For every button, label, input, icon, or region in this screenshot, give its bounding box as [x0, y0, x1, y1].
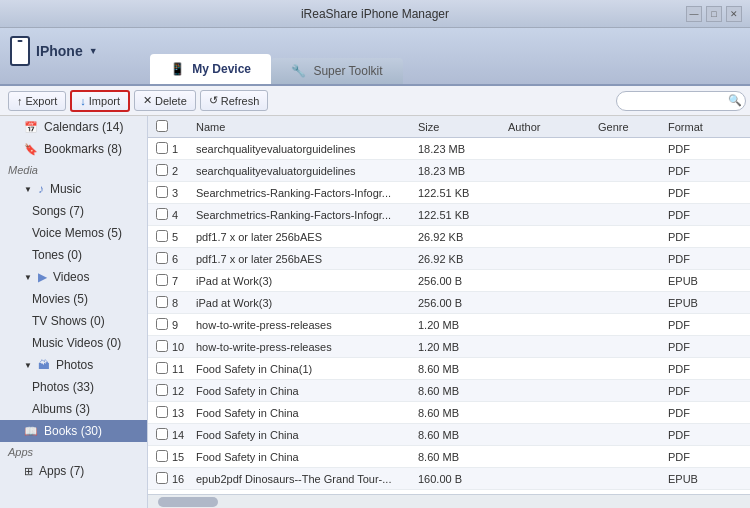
maximize-button[interactable]: □ [706, 6, 722, 22]
sidebar-item-tvshows[interactable]: TV Shows (0) [0, 310, 147, 332]
row-checkbox[interactable] [156, 274, 168, 286]
th-genre: Genre [594, 121, 664, 133]
sidebar-photos-sub-label: Photos (33) [32, 380, 94, 394]
sidebar-videos-label: Videos [53, 270, 89, 284]
sidebar-item-calendars[interactable]: 📅 Calendars (14) [0, 116, 147, 138]
sidebar-item-music[interactable]: ▼ ♪ Music [0, 178, 147, 200]
td-size: 256.00 B [414, 297, 504, 309]
td-num: 12 [168, 385, 192, 397]
select-all-checkbox[interactable] [156, 120, 168, 132]
table-row[interactable]: 7 iPad at Work(3) 256.00 B EPUB [148, 270, 750, 292]
table-row[interactable]: 11 Food Safety in China(1) 8.60 MB PDF [148, 358, 750, 380]
row-checkbox[interactable] [156, 472, 168, 484]
delete-button[interactable]: ✕ Delete [134, 90, 196, 111]
sidebar-item-songs[interactable]: Songs (7) [0, 200, 147, 222]
sidebar-item-voice-memos[interactable]: Voice Memos (5) [0, 222, 147, 244]
row-checkbox[interactable] [156, 318, 168, 330]
sidebar-item-photos-sub[interactable]: Photos (33) [0, 376, 147, 398]
table-row[interactable]: 15 Food Safety in China 8.60 MB PDF [148, 446, 750, 468]
device-icon [10, 36, 30, 66]
table-row[interactable]: 1 searchqualityevaluatorguidelines 18.23… [148, 138, 750, 160]
sidebar-item-bookmarks[interactable]: 🔖 Bookmarks (8) [0, 138, 147, 160]
minimize-button[interactable]: — [686, 6, 702, 22]
table-row[interactable]: 5 pdf1.7 x or later 256bAES 26.92 KB PDF [148, 226, 750, 248]
td-size: 1.20 MB [414, 319, 504, 331]
row-checkbox[interactable] [156, 340, 168, 352]
row-checkbox[interactable] [156, 142, 168, 154]
toolbar: ↑ Export ↓ Import ✕ Delete ↺ Refresh 🔍 [0, 86, 750, 116]
window-controls: — □ ✕ [686, 6, 742, 22]
td-check [148, 296, 168, 310]
td-format: PDF [664, 209, 734, 221]
td-num: 15 [168, 451, 192, 463]
table-row[interactable]: 10 how-to-write-press-releases 1.20 MB P… [148, 336, 750, 358]
table-row[interactable]: 16 epub2pdf Dinosaurs--The Grand Tour-..… [148, 468, 750, 490]
table-row[interactable]: 8 iPad at Work(3) 256.00 B EPUB [148, 292, 750, 314]
sidebar-voicememos-label: Voice Memos (5) [32, 226, 122, 240]
row-checkbox[interactable] [156, 450, 168, 462]
td-name: searchqualityevaluatorguidelines [192, 143, 414, 155]
tab-my-device[interactable]: 📱 My Device [150, 54, 271, 84]
sidebar-item-apps[interactable]: ⊞ Apps (7) [0, 460, 147, 482]
refresh-icon: ↺ [209, 94, 218, 107]
td-check [148, 186, 168, 200]
row-checkbox[interactable] [156, 208, 168, 220]
td-size: 122.51 KB [414, 187, 504, 199]
td-name: Food Safety in China(1) [192, 363, 414, 375]
table-row[interactable]: 9 how-to-write-press-releases 1.20 MB PD… [148, 314, 750, 336]
table-row[interactable]: 3 Searchmetrics-Ranking-Factors-Infogr..… [148, 182, 750, 204]
td-size: 1.20 MB [414, 341, 504, 353]
row-checkbox[interactable] [156, 296, 168, 308]
tab-super-toolkit[interactable]: 🔧 Super Toolkit [271, 58, 403, 84]
sidebar-movies-label: Movies (5) [32, 292, 88, 306]
td-name: Searchmetrics-Ranking-Factors-Infogr... [192, 209, 414, 221]
table-row[interactable]: 12 Food Safety in China 8.60 MB PDF [148, 380, 750, 402]
export-button[interactable]: ↑ Export [8, 91, 66, 111]
row-checkbox[interactable] [156, 230, 168, 242]
td-size: 8.60 MB [414, 451, 504, 463]
sidebar-item-movies[interactable]: Movies (5) [0, 288, 147, 310]
close-button[interactable]: ✕ [726, 6, 742, 22]
device-label[interactable]: IPhone ▼ [10, 36, 98, 66]
row-checkbox[interactable] [156, 362, 168, 374]
td-size: 8.60 MB [414, 407, 504, 419]
bookmark-icon: 🔖 [24, 143, 38, 156]
sidebar-item-tones[interactable]: Tones (0) [0, 244, 147, 266]
import-button[interactable]: ↓ Import [70, 90, 130, 112]
td-name: pdf1.7 x or later 256bAES [192, 231, 414, 243]
row-checkbox[interactable] [156, 164, 168, 176]
th-check [148, 120, 168, 134]
table-row[interactable]: 13 Food Safety in China 8.60 MB PDF [148, 402, 750, 424]
sidebar-item-books[interactable]: 📖 Books (30) [0, 420, 147, 442]
table-scroll[interactable]: 1 searchqualityevaluatorguidelines 18.23… [148, 138, 750, 494]
td-name: searchqualityevaluatorguidelines [192, 165, 414, 177]
refresh-button[interactable]: ↺ Refresh [200, 90, 269, 111]
td-check [148, 428, 168, 442]
table-row[interactable]: 6 pdf1.7 x or later 256bAES 26.92 KB PDF [148, 248, 750, 270]
td-size: 18.23 MB [414, 165, 504, 177]
header-tabs: 📱 My Device 🔧 Super Toolkit [150, 54, 403, 84]
search-input[interactable] [616, 91, 746, 111]
td-check [148, 142, 168, 156]
table-row[interactable]: 14 Food Safety in China 8.60 MB PDF [148, 424, 750, 446]
sidebar-item-albums[interactable]: Albums (3) [0, 398, 147, 420]
row-checkbox[interactable] [156, 406, 168, 418]
table-row[interactable]: 4 Searchmetrics-Ranking-Factors-Infogr..… [148, 204, 750, 226]
td-size: 18.23 MB [414, 143, 504, 155]
th-size: Size [414, 121, 504, 133]
h-scrollbar[interactable] [148, 494, 750, 508]
tab-super-toolkit-label: Super Toolkit [313, 64, 382, 78]
row-checkbox[interactable] [156, 428, 168, 440]
calendar-icon: 📅 [24, 121, 38, 134]
row-checkbox[interactable] [156, 252, 168, 264]
row-checkbox[interactable] [156, 186, 168, 198]
sidebar-item-photos[interactable]: ▼ 🏔 Photos [0, 354, 147, 376]
td-num: 2 [168, 165, 192, 177]
td-format: PDF [664, 187, 734, 199]
sidebar-item-musicvideos[interactable]: Music Videos (0) [0, 332, 147, 354]
th-name: Name [192, 121, 414, 133]
td-check [148, 318, 168, 332]
sidebar-item-videos[interactable]: ▼ ▶ Videos [0, 266, 147, 288]
row-checkbox[interactable] [156, 384, 168, 396]
table-row[interactable]: 2 searchqualityevaluatorguidelines 18.23… [148, 160, 750, 182]
